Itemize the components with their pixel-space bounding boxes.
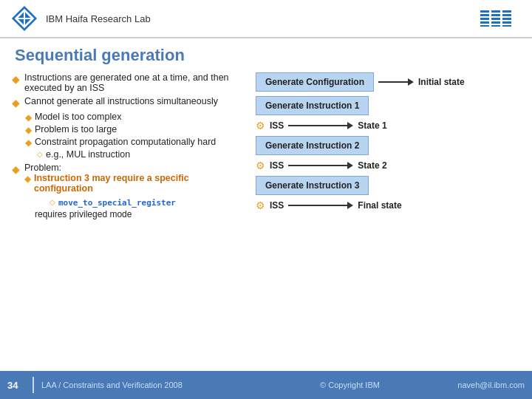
sub-bullet-2: Problem is too large bbox=[35, 124, 117, 134]
ibm-diamond-logo bbox=[10, 4, 38, 33]
list-item: ◆ Instructions are generated one at a ti… bbox=[12, 72, 248, 93]
list-item: ◆ Problem is too large bbox=[25, 124, 248, 135]
footer-divider bbox=[33, 377, 34, 393]
right-column: Generate Configuration Initial state Gen… bbox=[256, 69, 520, 368]
list-item: ◆ Constraint propagation computationally… bbox=[25, 137, 248, 148]
gen-instr1-box: Generate Instruction 1 bbox=[256, 96, 369, 115]
sub-bullet-icon: ◆ bbox=[25, 125, 32, 135]
code-text: move_to_special_register bbox=[58, 198, 176, 208]
iss-icon-1: ⚙ bbox=[256, 120, 265, 132]
sub-bullet-icon: ◆ bbox=[25, 137, 32, 148]
iss-label-3: ISS bbox=[270, 200, 284, 211]
svg-rect-10 bbox=[491, 10, 500, 13]
footer-conference: LAA / Constraints and Verification 2008 bbox=[41, 381, 242, 389]
gen-instr3-box: Generate Instruction 3 bbox=[256, 176, 369, 195]
iss-label-2: ISS bbox=[270, 160, 284, 171]
gen-config-box: Generate Configuration bbox=[256, 72, 374, 92]
svg-rect-14 bbox=[491, 25, 500, 27]
sub-sub-bullet-1: e.g., MUL instruction bbox=[46, 149, 130, 160]
left-column: ◆ Instructions are generated one at a ti… bbox=[12, 69, 248, 368]
list-item: ◆ Instruction 3 may require a specific c… bbox=[24, 173, 248, 194]
code-bullet-icon: ◇ bbox=[50, 198, 55, 206]
svg-rect-17 bbox=[502, 18, 511, 20]
company-name: IBM Haifa Research Lab bbox=[46, 13, 151, 24]
list-item: ◇ move_to_special_register bbox=[50, 198, 176, 208]
flow-row-instr1: Generate Instruction 1 bbox=[256, 96, 520, 115]
ibm-logo-icon bbox=[480, 10, 522, 27]
iss-icon-3: ⚙ bbox=[256, 200, 265, 211]
list-item: ◆ Problem: ◆ Instruction 3 may require a… bbox=[12, 163, 248, 219]
svg-rect-5 bbox=[480, 10, 489, 13]
flow-row-instr2: Generate Instruction 2 bbox=[256, 136, 520, 155]
iss-arrow-1 bbox=[288, 122, 353, 129]
iss-label-1: ISS bbox=[270, 120, 284, 131]
problem-label: Problem: bbox=[24, 163, 61, 173]
state-initial: Initial state bbox=[418, 77, 465, 87]
header-left: IBM Haifa Research Lab bbox=[10, 4, 151, 33]
requires-text: requires privileged mode bbox=[35, 209, 248, 219]
page-number: 34 bbox=[7, 380, 25, 391]
state-1: State 1 bbox=[358, 120, 386, 131]
sub-sub-bullet-icon: ◇ bbox=[37, 150, 43, 158]
bullet-text-2: Cannot generate all instructions simulta… bbox=[24, 96, 218, 106]
svg-rect-7 bbox=[480, 18, 489, 20]
list-item: ◆ Model is too complex bbox=[25, 112, 248, 123]
footer-email: naveh@il.ibm.com bbox=[457, 381, 525, 389]
iss-arrow-3 bbox=[288, 202, 353, 209]
flow-row-config: Generate Configuration Initial state bbox=[256, 72, 520, 92]
problem-sub: Instruction 3 may require a specific con… bbox=[34, 173, 248, 194]
bullet-icon: ◆ bbox=[12, 163, 20, 175]
bullet-text-1: Instructions are generated one at a time… bbox=[24, 72, 248, 93]
bullet-icon: ◆ bbox=[12, 73, 20, 85]
svg-rect-15 bbox=[502, 10, 511, 13]
iss-arrow-2 bbox=[288, 162, 353, 169]
list-item: ◆ Cannot generate all instructions simul… bbox=[12, 96, 248, 109]
header: IBM Haifa Research Lab bbox=[0, 0, 532, 38]
bullet-icon: ◆ bbox=[12, 97, 20, 109]
flow-row-instr3: Generate Instruction 3 bbox=[256, 176, 520, 195]
svg-rect-11 bbox=[491, 14, 500, 16]
sub-bullet-icon: ◆ bbox=[24, 174, 31, 184]
svg-rect-9 bbox=[480, 25, 489, 27]
sub-bullet-1: Model is too complex bbox=[35, 112, 121, 122]
svg-rect-16 bbox=[502, 14, 511, 16]
gen-instr2-box: Generate Instruction 2 bbox=[256, 136, 369, 155]
svg-rect-18 bbox=[502, 21, 511, 24]
iss-row-3: ⚙ ISS Final state bbox=[256, 200, 520, 211]
iss-icon-2: ⚙ bbox=[256, 160, 265, 171]
state-2: State 2 bbox=[358, 160, 386, 171]
iss-row-1: ⚙ ISS State 1 bbox=[256, 120, 520, 132]
svg-rect-13 bbox=[491, 21, 500, 24]
svg-rect-8 bbox=[480, 21, 489, 24]
state-final: Final state bbox=[358, 200, 401, 211]
page-title: Sequential generation bbox=[0, 38, 532, 69]
sub-bullet-icon: ◆ bbox=[25, 112, 32, 123]
svg-rect-19 bbox=[502, 25, 511, 27]
list-item: ◇ e.g., MUL instruction bbox=[37, 149, 248, 160]
sub-bullet-3: Constraint propagation computationally h… bbox=[35, 137, 216, 147]
main-content: ◆ Instructions are generated one at a ti… bbox=[0, 69, 532, 368]
problem-section: Problem: ◆ Instruction 3 may require a s… bbox=[24, 163, 248, 219]
iss-row-2: ⚙ ISS State 2 bbox=[256, 160, 520, 171]
arrow-right-1 bbox=[378, 78, 414, 86]
svg-rect-6 bbox=[480, 14, 489, 16]
footer-copyright: © Copyright IBM bbox=[250, 381, 451, 389]
footer: 34 LAA / Constraints and Verification 20… bbox=[0, 371, 532, 399]
svg-rect-12 bbox=[491, 18, 500, 20]
